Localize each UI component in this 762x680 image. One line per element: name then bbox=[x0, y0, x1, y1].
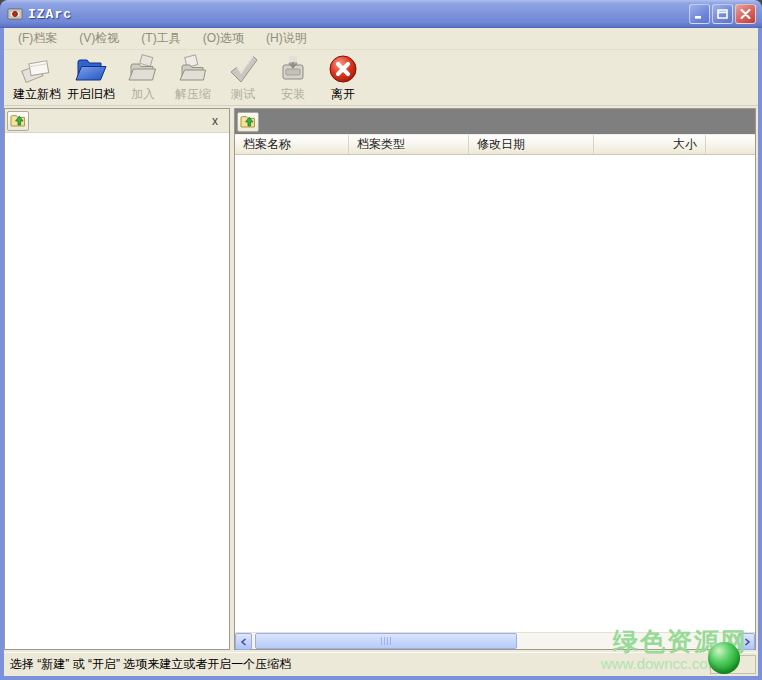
scrollbar-thumb[interactable] bbox=[255, 633, 517, 649]
column-header-size[interactable]: 大小 bbox=[594, 135, 706, 154]
toolbar-button-open[interactable]: 开启旧档 bbox=[64, 53, 118, 103]
thumb-grip bbox=[384, 637, 385, 645]
toolbar-label: 安装 bbox=[281, 86, 305, 103]
new-archive-icon bbox=[20, 53, 54, 87]
toolbar-button-install: 安装 bbox=[268, 53, 318, 103]
add-files-icon bbox=[126, 53, 160, 87]
main-area: x 档案名称 档案类型 修改日期 大小 bbox=[4, 106, 758, 652]
scroll-right-button[interactable] bbox=[738, 633, 755, 650]
extract-icon bbox=[176, 53, 210, 87]
column-header-date[interactable]: 修改日期 bbox=[469, 135, 594, 154]
exit-icon bbox=[326, 53, 360, 87]
window-controls bbox=[689, 4, 762, 24]
thumb-grip bbox=[381, 637, 382, 645]
maximize-icon bbox=[717, 9, 728, 19]
toolbar-button-test: 测试 bbox=[218, 53, 268, 103]
menu-bar: (F)档案 (V)检视 (T)工具 (O)选项 (H)说明 bbox=[4, 28, 758, 50]
thumb-grip bbox=[390, 637, 391, 645]
menu-item-view[interactable]: (V)检视 bbox=[71, 28, 127, 49]
minimize-icon bbox=[694, 9, 705, 19]
toolbar-button-new[interactable]: 建立新档 bbox=[10, 53, 64, 103]
folder-tree-panel: x bbox=[4, 108, 230, 650]
thumb-grip bbox=[387, 637, 388, 645]
scroll-left-button[interactable] bbox=[235, 633, 252, 650]
title-bar[interactable]: IZArc bbox=[0, 0, 762, 28]
toolbar-button-extract: 解压缩 bbox=[168, 53, 218, 103]
status-right-pane bbox=[710, 655, 756, 674]
open-archive-icon bbox=[74, 53, 108, 87]
folder-up-icon bbox=[10, 113, 26, 128]
folder-up-button[interactable] bbox=[7, 111, 29, 131]
folder-tree-body[interactable] bbox=[5, 133, 229, 649]
menu-item-tools[interactable]: (T)工具 bbox=[133, 28, 188, 49]
app-icon bbox=[7, 6, 23, 22]
folder-up-icon bbox=[240, 114, 256, 129]
close-button[interactable] bbox=[735, 4, 756, 24]
menu-item-options[interactable]: (O)选项 bbox=[195, 28, 252, 49]
toolbar-button-add: 加入 bbox=[118, 53, 168, 103]
folder-tree-header: x bbox=[5, 109, 229, 133]
toolbar-label: 解压缩 bbox=[175, 86, 211, 103]
menu-item-file[interactable]: (F)档案 bbox=[10, 28, 65, 49]
toolbar: 建立新档 开启旧档 bbox=[4, 50, 758, 106]
archive-header-bar bbox=[235, 109, 755, 135]
install-icon bbox=[276, 53, 310, 87]
toolbar-label: 测试 bbox=[231, 86, 255, 103]
close-icon bbox=[740, 9, 751, 19]
file-list-body[interactable] bbox=[235, 155, 755, 632]
toolbar-label: 建立新档 bbox=[13, 86, 61, 103]
column-header-filler bbox=[706, 135, 755, 154]
maximize-button[interactable] bbox=[712, 4, 733, 24]
file-list-column-headers: 档案名称 档案类型 修改日期 大小 bbox=[235, 135, 755, 155]
chevron-left-icon bbox=[240, 638, 248, 646]
status-text: 选择 “新建” 或 “开启” 选项来建立或者开启一个压缩档 bbox=[10, 656, 291, 673]
horizontal-scrollbar bbox=[235, 632, 755, 649]
minimize-button[interactable] bbox=[689, 4, 710, 24]
window-title: IZArc bbox=[28, 7, 72, 22]
toolbar-button-exit[interactable]: 离开 bbox=[318, 53, 368, 103]
panel-close-button[interactable]: x bbox=[212, 115, 218, 127]
menu-item-help[interactable]: (H)说明 bbox=[258, 28, 315, 49]
scrollbar-track[interactable] bbox=[252, 633, 738, 649]
chevron-right-icon bbox=[743, 638, 751, 646]
toolbar-label: 加入 bbox=[131, 86, 155, 103]
archive-file-panel: 档案名称 档案类型 修改日期 大小 bbox=[234, 108, 756, 650]
izarc-window: IZArc (F)档案 (V)检视 (T)工具 (O)选项 (H)说明 bbox=[0, 0, 762, 680]
folder-up-button[interactable] bbox=[237, 112, 259, 132]
column-header-name[interactable]: 档案名称 bbox=[235, 135, 349, 154]
status-bar: 选择 “新建” 或 “开启” 选项来建立或者开启一个压缩档 bbox=[4, 652, 758, 676]
column-header-type[interactable]: 档案类型 bbox=[349, 135, 469, 154]
toolbar-label: 开启旧档 bbox=[67, 86, 115, 103]
toolbar-label: 离开 bbox=[331, 86, 355, 103]
test-checkmark-icon bbox=[226, 53, 260, 87]
